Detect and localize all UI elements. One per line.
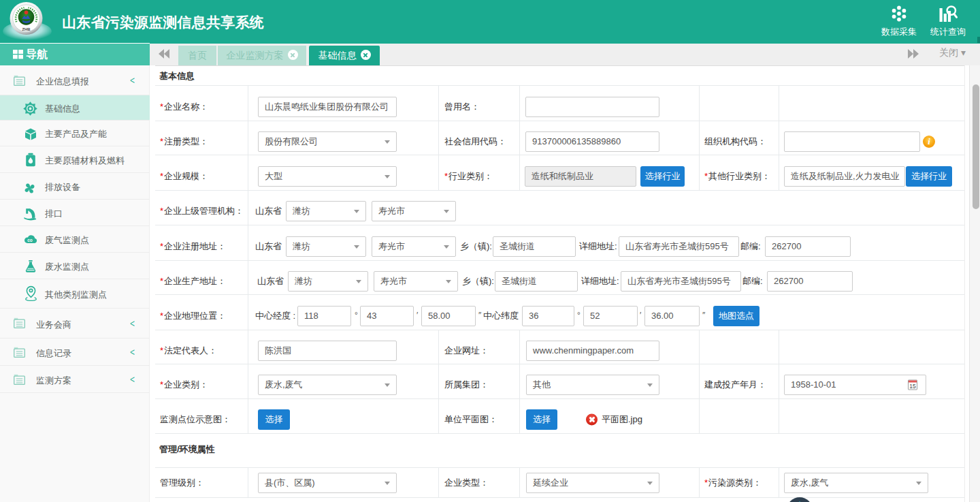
svg-text:co: co	[27, 238, 33, 242]
svg-text:ZHB: ZHB	[22, 27, 31, 31]
